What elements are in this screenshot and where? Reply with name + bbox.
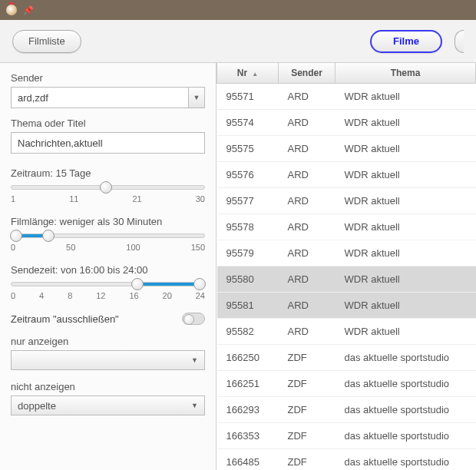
sort-asc-icon: ▲: [252, 71, 258, 78]
exclude-label: Zeitraum "ausschließen": [11, 313, 119, 325]
table-row[interactable]: 95582ARDWDR aktuell: [217, 319, 476, 345]
cell-nr: 95571: [217, 84, 279, 110]
cell-thema: WDR aktuell: [336, 188, 476, 214]
cell-nr: 166251: [217, 371, 279, 397]
thema-input[interactable]: [11, 132, 205, 154]
sender-label: Sender: [11, 72, 205, 84]
chevron-down-icon: ▼: [191, 356, 198, 364]
sendezeit-slider-block: Sendezeit: von 16:00 bis 24:00 0 4 8 12 …: [11, 264, 205, 300]
cell-thema: WDR aktuell: [336, 84, 476, 110]
table-row[interactable]: 95580ARDWDR aktuell: [217, 266, 476, 293]
cell-thema: WDR aktuell: [336, 266, 476, 293]
cell-thema: das aktuelle sportstudio: [336, 397, 476, 423]
exclude-toggle-row: Zeitraum "ausschließen": [11, 313, 205, 325]
table-row[interactable]: 95576ARDWDR aktuell: [217, 162, 476, 188]
cell-sender: ZDF: [279, 449, 336, 471]
cell-thema: das aktuelle sportstudio: [336, 345, 476, 371]
cell-thema: WDR aktuell: [336, 293, 476, 319]
app-icon: [6, 5, 17, 15]
results-table: Nr▲ Sender Thema 95571ARDWDR aktuell9557…: [217, 63, 476, 470]
cell-sender: ARD: [279, 162, 336, 188]
sender-input[interactable]: [11, 87, 188, 108]
cell-nr: 95577: [217, 188, 279, 214]
slider-thumb-high[interactable]: [42, 230, 55, 242]
cell-sender: ARD: [279, 84, 336, 110]
sendezeit-ticks: 0 4 8 12 16 20 24: [11, 291, 205, 300]
cell-sender: ARD: [279, 214, 336, 240]
cell-nr: 95582: [217, 319, 279, 345]
table-row[interactable]: 95574ARDWDR aktuell: [217, 110, 476, 136]
zeitraum-slider[interactable]: [11, 185, 205, 190]
partial-button[interactable]: [455, 30, 464, 53]
cell-nr: 95575: [217, 136, 279, 162]
cell-sender: ZDF: [279, 423, 336, 449]
cell-nr: 166293: [217, 397, 279, 423]
cell-nr: 95578: [217, 214, 279, 240]
nicht-anzeigen-block: nicht anzeigen doppelte ▼: [11, 381, 205, 415]
cell-nr: 95581: [217, 293, 279, 319]
column-header-thema[interactable]: Thema: [336, 63, 476, 84]
nur-anzeigen-label: nur anzeigen: [11, 336, 205, 347]
cell-nr: 95579: [217, 240, 279, 266]
table-row[interactable]: 166485ZDFdas aktuelle sportstudio: [217, 449, 476, 471]
zeitraum-label: Zeitraum: 15 Tage: [11, 167, 205, 179]
thema-label: Thema oder Titel: [11, 118, 205, 129]
sendezeit-label: Sendezeit: von 16:00 bis 24:00: [11, 264, 205, 276]
filmlaenge-slider-block: Filmlänge: weniger als 30 Minuten 0 50 1…: [11, 216, 205, 252]
cell-thema: WDR aktuell: [336, 214, 476, 240]
filmlaenge-label: Filmlänge: weniger als 30 Minuten: [11, 216, 205, 227]
table-row[interactable]: 95577ARDWDR aktuell: [217, 188, 476, 214]
slider-thumb[interactable]: [100, 181, 112, 194]
sendezeit-slider[interactable]: [11, 282, 205, 286]
cell-thema: das aktuelle sportstudio: [336, 371, 476, 397]
table-row[interactable]: 166250ZDFdas aktuelle sportstudio: [217, 345, 476, 371]
table-row[interactable]: 95575ARDWDR aktuell: [217, 136, 476, 162]
slider-thumb-low[interactable]: [10, 230, 22, 242]
zeitraum-ticks: 1 11 21 30: [11, 194, 205, 204]
exclude-toggle[interactable]: [182, 313, 205, 325]
filme-button[interactable]: Filme: [370, 30, 442, 53]
cell-sender: ARD: [279, 110, 336, 136]
titlebar: 📌: [0, 0, 476, 20]
table-row[interactable]: 95578ARDWDR aktuell: [217, 214, 476, 240]
cell-nr: 166353: [217, 423, 279, 449]
toolbar: Filmliste Filme: [0, 20, 476, 63]
column-header-nr[interactable]: Nr▲: [217, 63, 279, 84]
cell-sender: ARD: [279, 136, 336, 162]
chevron-down-icon[interactable]: ▼: [188, 87, 205, 108]
slider-thumb-high[interactable]: [193, 278, 206, 290]
table-row[interactable]: 95581ARDWDR aktuell: [217, 293, 476, 319]
zeitraum-slider-block: Zeitraum: 15 Tage 1 11 21 30: [11, 167, 205, 204]
cell-sender: ARD: [279, 240, 336, 266]
sender-combo[interactable]: ▼: [11, 87, 205, 108]
cell-sender: ARD: [279, 188, 336, 214]
cell-nr: 166250: [217, 345, 279, 371]
pin-icon[interactable]: 📌: [23, 5, 34, 15]
filmliste-button[interactable]: Filmliste: [12, 30, 81, 53]
filter-sidebar: Sender ▼ Thema oder Titel Zeitraum: 15 T…: [0, 63, 217, 470]
cell-thema: das aktuelle sportstudio: [336, 449, 476, 471]
table-row[interactable]: 166353ZDFdas aktuelle sportstudio: [217, 423, 476, 449]
cell-sender: ZDF: [279, 371, 336, 397]
table-row[interactable]: 95571ARDWDR aktuell: [217, 84, 476, 110]
cell-sender: ZDF: [279, 345, 336, 371]
column-header-sender[interactable]: Sender: [279, 63, 336, 84]
table-row[interactable]: 95579ARDWDR aktuell: [217, 240, 476, 266]
cell-sender: ARD: [279, 293, 336, 319]
cell-thema: WDR aktuell: [336, 162, 476, 188]
nur-anzeigen-block: nur anzeigen ▼: [11, 336, 205, 370]
filmlaenge-slider[interactable]: [11, 233, 205, 238]
cell-thema: WDR aktuell: [336, 240, 476, 266]
nur-anzeigen-select[interactable]: ▼: [11, 350, 205, 370]
filmlaenge-ticks: 0 50 100 150: [11, 243, 205, 252]
table-row[interactable]: 166293ZDFdas aktuelle sportstudio: [217, 397, 476, 423]
table-row[interactable]: 166251ZDFdas aktuelle sportstudio: [217, 371, 476, 397]
cell-thema: WDR aktuell: [336, 110, 476, 136]
slider-thumb-low[interactable]: [131, 278, 144, 290]
cell-sender: ARD: [279, 266, 336, 293]
nicht-anzeigen-select[interactable]: doppelte ▼: [11, 396, 205, 415]
cell-nr: 95574: [217, 110, 279, 136]
cell-thema: WDR aktuell: [336, 319, 476, 345]
cell-thema: das aktuelle sportstudio: [336, 423, 476, 449]
cell-thema: WDR aktuell: [336, 136, 476, 162]
